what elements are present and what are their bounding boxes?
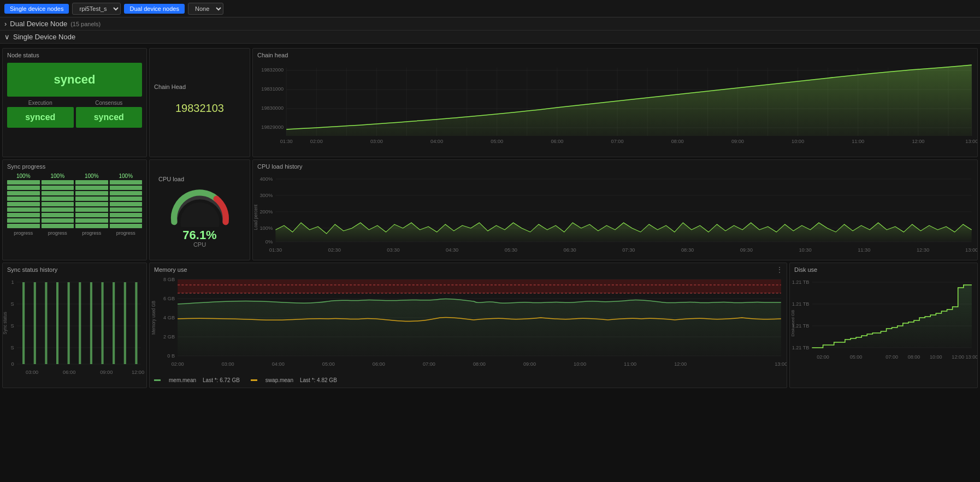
svg-text:Load percent: Load percent xyxy=(253,204,258,230)
svg-text:0 B: 0 B xyxy=(167,353,175,359)
node-status-title: Node status xyxy=(3,49,146,59)
bar-1-8 xyxy=(7,218,40,223)
svg-rect-91 xyxy=(135,282,137,364)
consensus-status: synced xyxy=(76,107,143,128)
svg-text:12:00: 12:00 xyxy=(952,354,964,360)
progress-grid: 100% progress 100% xyxy=(3,171,146,240)
none-select[interactable]: None xyxy=(188,3,223,15)
consensus-label: Consensus xyxy=(95,100,122,106)
memory-use-svg: 8 GB 6 GB 4 GB 2 GB 0 B Memory used GB xyxy=(150,274,787,375)
bar-1-2 xyxy=(7,186,40,190)
svg-text:04:00: 04:00 xyxy=(272,361,285,367)
bar-3-8 xyxy=(75,218,108,223)
svg-text:S: S xyxy=(10,301,14,307)
sync-progress-panel: Sync progress 100% xyxy=(2,159,147,260)
svg-text:2 GB: 2 GB xyxy=(163,334,175,340)
node-status-panel: Node status synced Execution synced Cons… xyxy=(2,48,147,157)
svg-text:09:00: 09:00 xyxy=(523,361,536,367)
svg-text:10:00: 10:00 xyxy=(930,354,942,360)
consensus-box: Consensus synced xyxy=(76,100,143,128)
sync-history-svg: 1 S S S 0 Sync status 03:0 xyxy=(3,274,146,383)
cpu-load-title: CPU load xyxy=(154,172,245,183)
cpu-load-panel: CPU load 76.1% CPU xyxy=(149,159,250,260)
svg-rect-90 xyxy=(124,282,126,364)
swap-mean-dot xyxy=(251,379,257,381)
svg-text:300%: 300% xyxy=(259,193,273,198)
row2: Sync progress 100% xyxy=(2,159,978,260)
dual-device-section-header[interactable]: › Dual Device Node (15 panels) xyxy=(0,17,980,31)
bar-3-9 xyxy=(75,224,108,228)
bar-1-1 xyxy=(7,180,40,185)
svg-text:6 GB: 6 GB xyxy=(163,296,175,301)
svg-rect-89 xyxy=(113,282,115,364)
bar-2-8 xyxy=(42,218,74,223)
chevron-down-icon: ∨ xyxy=(4,33,10,41)
bar-4-8 xyxy=(110,218,143,223)
svg-point-45 xyxy=(180,202,220,227)
bar-2-3 xyxy=(42,191,74,195)
svg-text:02:00: 02:00 xyxy=(310,139,323,144)
svg-text:05:00: 05:00 xyxy=(491,139,503,144)
progress-bars-3 xyxy=(75,180,108,228)
panel-menu-icon[interactable]: ⋮ xyxy=(776,265,783,274)
row1: Node status synced Execution synced Cons… xyxy=(2,48,978,157)
mem-mean-dot xyxy=(154,379,161,381)
dual-device-nodes-btn[interactable]: Dual device nodes xyxy=(124,4,185,14)
svg-text:13:00: 13:00 xyxy=(966,354,977,360)
svg-text:100%: 100% xyxy=(259,225,273,231)
bar-3-1 xyxy=(75,180,108,185)
svg-text:05:00: 05:00 xyxy=(322,361,335,367)
svg-text:1.21 TB: 1.21 TB xyxy=(792,301,810,307)
progress-bars-4 xyxy=(110,180,143,228)
svg-text:1.21 TB: 1.21 TB xyxy=(792,279,810,285)
svg-text:S: S xyxy=(10,345,14,350)
bar-4-9 xyxy=(110,224,143,228)
swap-mean-label: swap.mean xyxy=(265,377,293,383)
svg-text:06:00: 06:00 xyxy=(551,139,563,144)
svg-rect-88 xyxy=(101,282,103,364)
device-select[interactable]: rpi5Test_s xyxy=(72,3,121,15)
svg-text:08:00: 08:00 xyxy=(908,354,920,360)
svg-text:8 GB: 8 GB xyxy=(163,277,175,282)
disk-use-panel: Disk use 1.21 TB 1.21 TB 1.21 TB 1.21 TB… xyxy=(789,263,978,388)
bar-1-4 xyxy=(7,197,40,201)
row3: Sync status history 1 S S S 0 Sync statu… xyxy=(2,263,978,388)
bar-1-5 xyxy=(7,202,40,206)
single-device-section-header[interactable]: ∨ Single Device Node xyxy=(0,31,980,44)
dual-device-title: Dual Device Node xyxy=(10,20,67,28)
bar-4-3 xyxy=(110,191,143,195)
bar-1-7 xyxy=(7,213,40,217)
svg-text:07:00: 07:00 xyxy=(611,139,624,144)
svg-rect-107 xyxy=(178,279,781,293)
svg-text:09:00: 09:00 xyxy=(100,370,113,375)
bar-2-2 xyxy=(42,186,74,190)
progress-label-2: progress xyxy=(48,230,67,236)
bar-4-5 xyxy=(110,202,143,206)
memory-use-panel: Memory use ⋮ 8 GB 6 GB 4 GB 2 GB 0 B Mem… xyxy=(149,263,787,388)
cpu-load-history-svg: 400% 300% 200% 100% 0% Load percent xyxy=(253,171,977,258)
chain-head-title: Chain Head xyxy=(150,80,250,91)
svg-text:0%: 0% xyxy=(265,239,273,245)
svg-text:08:00: 08:00 xyxy=(473,361,486,367)
progress-label-3: progress xyxy=(82,230,101,236)
progress-pct-2: 100% xyxy=(50,173,64,179)
svg-text:12:00: 12:00 xyxy=(132,370,144,375)
progress-pct-4: 100% xyxy=(119,173,133,179)
disk-use-title: Disk use xyxy=(790,263,977,274)
bar-3-4 xyxy=(75,197,108,201)
svg-text:05:30: 05:30 xyxy=(505,247,517,253)
progress-bars-2 xyxy=(42,180,74,228)
svg-text:19832000: 19832000 xyxy=(261,67,284,73)
bar-3-2 xyxy=(75,186,108,190)
svg-text:11:00: 11:00 xyxy=(852,139,864,144)
svg-text:1: 1 xyxy=(11,279,14,285)
disk-use-svg: 1.21 TB 1.21 TB 1.21 TB 1.21 TB Disk use… xyxy=(790,274,977,383)
bar-3-3 xyxy=(75,191,108,195)
exec-consensus-container: Execution synced Consensus synced xyxy=(3,100,146,132)
bar-2-9 xyxy=(42,224,74,228)
svg-text:03:30: 03:30 xyxy=(387,247,399,253)
dashboard: Node status synced Execution synced Cons… xyxy=(0,46,980,390)
svg-text:01:30: 01:30 xyxy=(269,247,282,253)
single-device-nodes-btn[interactable]: Single device nodes xyxy=(4,4,69,14)
svg-text:01:30: 01:30 xyxy=(280,139,293,144)
